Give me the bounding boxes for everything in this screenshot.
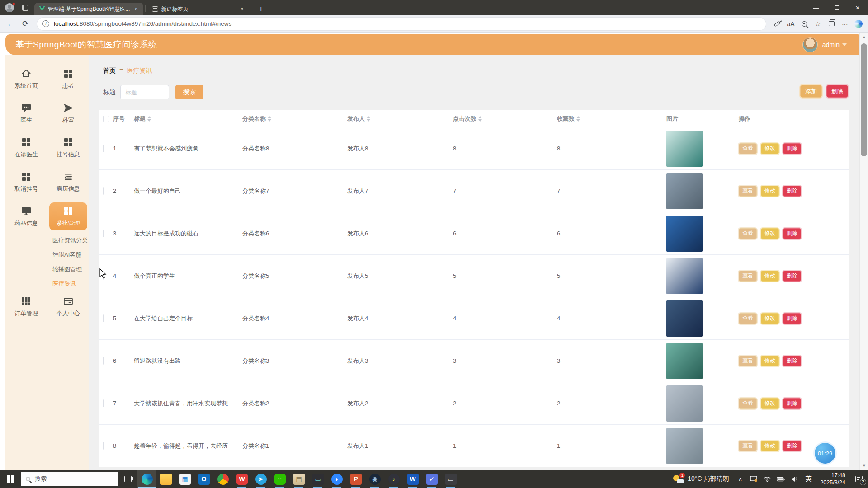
title-filter-input[interactable] xyxy=(120,85,169,99)
new-tab-button[interactable]: + xyxy=(255,3,267,15)
column-header-分类名称[interactable]: 分类名称 xyxy=(242,115,347,123)
sidebar-item-系统首页[interactable]: 系统首页 xyxy=(5,65,47,93)
delete-row-button[interactable]: 删除 xyxy=(783,186,801,197)
browser-menu-icon[interactable]: ⋯ xyxy=(838,18,852,30)
submenu-item-医疗资讯[interactable]: 医疗资讯 xyxy=(5,277,89,291)
row-checkbox[interactable] xyxy=(103,272,104,280)
news-thumbnail-image[interactable] xyxy=(666,216,703,252)
scroll-down-arrow[interactable]: ▼ xyxy=(860,462,868,469)
favorites-star-icon[interactable]: ☆ xyxy=(811,18,825,30)
row-checkbox[interactable] xyxy=(103,230,104,237)
taskbar-app-steam[interactable]: ◉ xyxy=(365,470,384,488)
tab-close-icon[interactable]: × xyxy=(238,5,245,13)
news-thumbnail-image[interactable] xyxy=(666,258,703,294)
delete-row-button[interactable]: 删除 xyxy=(783,441,801,451)
view-button[interactable]: 查看 xyxy=(739,441,757,451)
sidebar-item-个人中心[interactable]: 个人中心 xyxy=(47,293,90,321)
sort-carets-icon[interactable] xyxy=(367,116,370,122)
collections-icon[interactable] xyxy=(825,18,838,30)
taskbar-app-dingtalk[interactable]: ◗ xyxy=(327,470,346,488)
user-dropdown[interactable]: admin xyxy=(802,37,847,52)
add-button[interactable]: 添加 xyxy=(800,85,822,98)
volume-icon[interactable] xyxy=(788,470,801,488)
row-checkbox[interactable] xyxy=(103,442,104,450)
delete-row-button[interactable]: 删除 xyxy=(783,143,801,154)
edit-button[interactable]: 修改 xyxy=(761,143,779,154)
delete-row-button[interactable]: 删除 xyxy=(783,271,801,282)
sidebar-item-科室[interactable]: 科室 xyxy=(47,99,90,127)
news-thumbnail-image[interactable] xyxy=(666,173,703,209)
sidebar-item-在诊医生[interactable]: 在诊医生 xyxy=(5,134,47,162)
sidebar-item-系统管理[interactable]: 系统管理 xyxy=(49,202,88,230)
view-button[interactable]: 查看 xyxy=(739,398,757,409)
taskbar-app-word[interactable]: W xyxy=(403,470,422,488)
submenu-item-智能AI客服[interactable]: 智能AI客服 xyxy=(5,248,89,262)
sort-carets-icon[interactable] xyxy=(147,116,151,122)
back-button[interactable]: ← xyxy=(4,17,18,31)
taskbar-app-wps[interactable]: W xyxy=(232,470,251,488)
tab-close-icon[interactable]: × xyxy=(132,5,140,13)
sidebar-item-订单管理[interactable]: 订单管理 xyxy=(5,293,47,321)
read-aloud-icon[interactable]: aA xyxy=(784,18,797,30)
view-button[interactable]: 查看 xyxy=(739,356,757,366)
sort-carets-icon[interactable] xyxy=(478,116,482,122)
clock[interactable]: 17:48 2025/3/24 xyxy=(816,472,850,487)
news-thumbnail-image[interactable] xyxy=(666,343,703,379)
page-scrollbar[interactable]: ▲ ▼ xyxy=(859,33,868,470)
scroll-up-arrow[interactable]: ▲ xyxy=(860,33,868,41)
taskbar-app-explorer[interactable] xyxy=(156,470,175,488)
row-checkbox[interactable] xyxy=(103,145,104,152)
submenu-item-医疗资讯分类[interactable]: 医疗资讯分类 xyxy=(5,233,89,248)
taskbar-app-chrome[interactable] xyxy=(213,470,232,488)
workspaces-button[interactable] xyxy=(19,3,32,13)
row-checkbox[interactable] xyxy=(103,187,104,195)
sidebar-item-患者[interactable]: 患者 xyxy=(47,65,90,93)
column-header-标题[interactable]: 标题 xyxy=(134,115,242,123)
taskbar-app-outlook[interactable]: O xyxy=(194,470,213,488)
taskbar-search-box[interactable]: 搜索 xyxy=(21,472,118,486)
edit-button[interactable]: 修改 xyxy=(761,186,779,197)
delete-row-button[interactable]: 删除 xyxy=(783,228,801,239)
column-header-收藏数[interactable]: 收藏数 xyxy=(557,115,666,123)
edit-button[interactable]: 修改 xyxy=(761,313,779,324)
site-info-icon[interactable]: i xyxy=(42,20,49,27)
sort-carets-icon[interactable] xyxy=(576,116,580,122)
task-view-button[interactable] xyxy=(118,470,137,488)
edit-button[interactable]: 修改 xyxy=(761,356,779,366)
taskbar-app-telegram[interactable]: ➤ xyxy=(251,470,270,488)
sidebar-item-药品信息[interactable]: 药品信息 xyxy=(5,202,47,230)
column-header-发布人[interactable]: 发布人 xyxy=(347,115,453,123)
view-button[interactable]: 查看 xyxy=(739,186,757,197)
taskbar-app-projector[interactable]: ▭ xyxy=(441,470,460,488)
scrollbar-thumb[interactable] xyxy=(861,43,867,156)
battery-icon[interactable] xyxy=(774,470,788,488)
password-key-icon[interactable] xyxy=(770,18,784,30)
submenu-item-轮播图管理[interactable]: 轮播图管理 xyxy=(5,262,89,277)
taskbar-app-devtool[interactable]: ▭ xyxy=(308,470,327,488)
news-thumbnail-image[interactable] xyxy=(666,385,703,422)
maximize-button[interactable] xyxy=(826,0,847,15)
refresh-button[interactable]: ⟳ xyxy=(18,17,33,31)
column-header-点击次数[interactable]: 点击次数 xyxy=(453,115,557,123)
weather-widget[interactable]: 1 10°C 局部晴朗 xyxy=(669,470,733,488)
browser-tab[interactable]: 新建标签页 × xyxy=(147,3,249,15)
sidebar-item-医生[interactable]: 医生 xyxy=(5,99,47,127)
taskbar-app-files[interactable]: ▤ xyxy=(289,470,308,488)
view-button[interactable]: 查看 xyxy=(739,271,757,282)
address-bar[interactable]: i localhost:8080/springboot4w897m26/admi… xyxy=(37,18,766,30)
edit-button[interactable]: 修改 xyxy=(761,441,779,451)
view-button[interactable]: 查看 xyxy=(739,313,757,324)
edit-button[interactable]: 修改 xyxy=(761,228,779,239)
input-language-indicator[interactable]: 英 xyxy=(801,475,816,483)
session-timer-badge[interactable]: 01:29 xyxy=(815,443,835,464)
select-all-checkbox[interactable] xyxy=(103,116,109,122)
close-button[interactable]: ✕ xyxy=(847,0,868,15)
taskbar-app-wechat[interactable]: ·· xyxy=(270,470,289,488)
delete-row-button[interactable]: 删除 xyxy=(783,313,801,324)
browser-profile-button[interactable] xyxy=(3,2,16,14)
delete-row-button[interactable]: 删除 xyxy=(783,356,801,366)
row-checkbox[interactable] xyxy=(103,399,104,407)
delete-button[interactable]: 删除 xyxy=(826,85,848,98)
news-thumbnail-image[interactable] xyxy=(666,428,703,464)
view-button[interactable]: 查看 xyxy=(739,228,757,239)
